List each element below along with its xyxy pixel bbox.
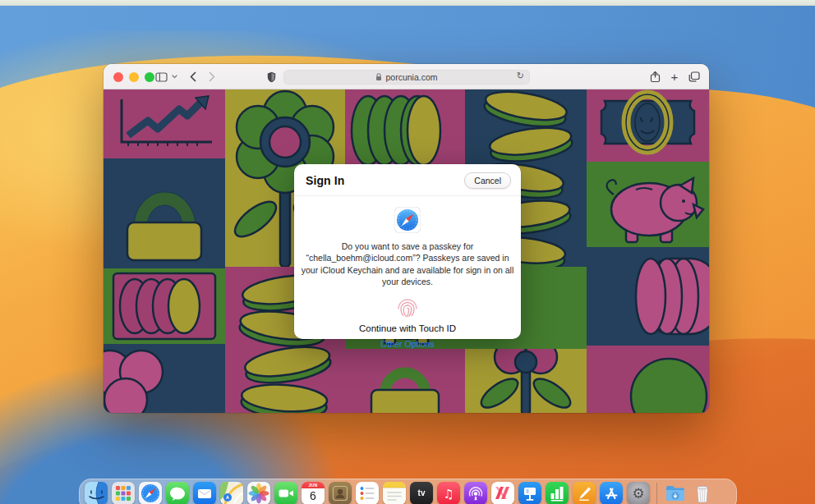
forward-icon[interactable] <box>207 64 217 89</box>
zoom-button[interactable] <box>145 72 154 82</box>
address-url: porcunia.com <box>385 72 437 82</box>
svg-text:⚙: ⚙ <box>632 485 644 502</box>
art-tile-pink-coin-cylinder <box>587 247 709 346</box>
dock-finder-icon[interactable] <box>85 482 108 504</box>
close-button[interactable] <box>113 72 123 82</box>
art-tile-coin-cylinder <box>345 89 465 172</box>
dock-mail-icon[interactable] <box>193 482 216 504</box>
lock-icon <box>375 73 382 81</box>
art-tile-handbag-small <box>345 349 465 413</box>
apple-tv-label: tv <box>418 488 426 497</box>
art-tile-petal-clover <box>104 344 225 413</box>
dock-numbers-icon[interactable] <box>546 482 569 504</box>
dock-trash-icon[interactable] <box>691 482 714 504</box>
privacy-shield-icon[interactable] <box>265 64 277 89</box>
desktop: porcunia.com ↻ + <box>0 0 815 504</box>
dock-downloads-icon[interactable] <box>664 482 687 504</box>
passkey-dialog: Sign In Cancel Do you want to save a pas… <box>294 164 521 339</box>
dock-music-icon[interactable]: ♫ <box>437 482 460 504</box>
back-icon[interactable] <box>188 64 198 89</box>
share-icon[interactable] <box>648 64 661 89</box>
dialog-body: Do you want to save a passkey for “chell… <box>294 207 521 349</box>
dialog-separator <box>295 195 520 196</box>
dock-apple-tv-icon[interactable]: tv <box>410 482 433 504</box>
other-options-link[interactable]: Other Options <box>294 339 521 349</box>
menu-bar <box>0 0 815 6</box>
dock-separator <box>656 483 657 504</box>
art-tile-line-chart <box>104 89 225 158</box>
dock-launchpad-icon[interactable] <box>112 482 135 504</box>
calendar-day-label: 6 <box>302 488 325 504</box>
sidebar-icon[interactable] <box>154 64 168 89</box>
dock-contacts-icon[interactable] <box>329 482 352 504</box>
reload-icon[interactable]: ↻ <box>517 71 524 81</box>
safari-app-icon <box>394 207 421 233</box>
calendar-month-label: JUN <box>302 482 325 488</box>
dock-app-store-icon[interactable] <box>600 482 623 504</box>
art-tile-pink-piggy-bank <box>587 162 709 247</box>
dock-calendar-icon[interactable]: JUN 6 <box>302 482 325 504</box>
minimize-button[interactable] <box>129 72 139 82</box>
art-tile-flower-small <box>465 349 587 413</box>
dock-podcasts-icon[interactable] <box>464 482 487 504</box>
svg-text:♫: ♫ <box>443 487 454 502</box>
dock-reminders-icon[interactable] <box>356 482 379 504</box>
browser-toolbar: porcunia.com ↻ + <box>104 64 709 89</box>
dock-maps-icon[interactable] <box>220 482 243 504</box>
passkey-message: Do you want to save a passkey for “chell… <box>300 241 515 288</box>
dock-messages-icon[interactable] <box>166 482 189 504</box>
new-tab-icon[interactable]: + <box>668 64 681 89</box>
dialog-title: Sign In <box>306 174 344 187</box>
cancel-button[interactable]: Cancel <box>464 172 511 189</box>
dock-keynote-icon[interactable] <box>518 482 541 504</box>
dialog-header: Sign In Cancel <box>294 164 521 195</box>
dock: JUN 6 tv ♫ <box>79 479 737 504</box>
tab-overview-icon[interactable] <box>687 64 702 89</box>
art-tile-dollar-smiley <box>587 89 709 162</box>
art-tile-side-coins <box>104 268 225 344</box>
dock-facetime-icon[interactable] <box>274 482 297 504</box>
art-tile-green-circle <box>587 346 709 413</box>
dock-news-icon[interactable] <box>491 482 514 504</box>
touch-id-icon <box>395 296 420 320</box>
touch-id-label: Continue with Touch ID <box>294 323 521 333</box>
art-tile-handbag <box>104 158 225 268</box>
dock-safari-icon[interactable] <box>139 482 162 504</box>
chevron-down-icon[interactable] <box>171 64 178 89</box>
dock-pages-icon[interactable] <box>573 482 596 504</box>
dock-notes-icon[interactable] <box>383 482 406 504</box>
address-bar[interactable]: porcunia.com ↻ <box>283 70 530 85</box>
address-text: porcunia.com <box>375 72 437 82</box>
dock-photos-icon[interactable] <box>247 482 270 504</box>
dock-system-settings-icon[interactable]: ⚙ <box>627 482 650 504</box>
